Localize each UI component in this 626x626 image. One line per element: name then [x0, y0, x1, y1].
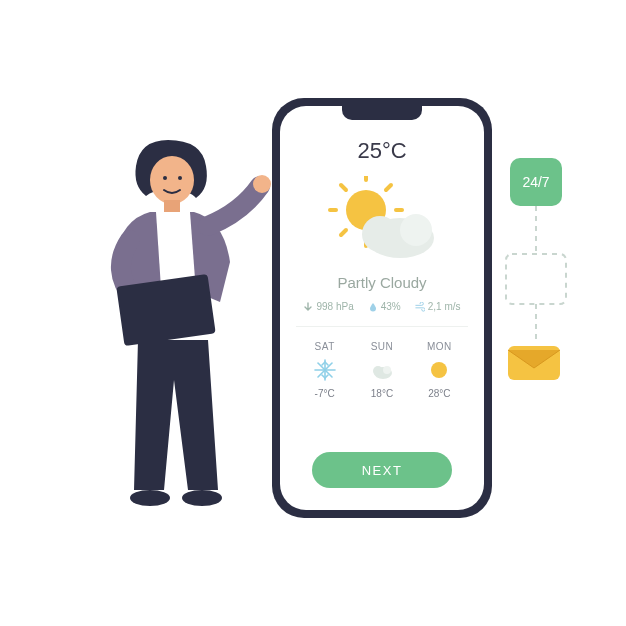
- availability-badge: 24/7: [510, 158, 562, 206]
- humidity-metric: 43%: [368, 301, 401, 312]
- svg-rect-3: [164, 200, 180, 212]
- arrow-down-icon: [303, 302, 313, 312]
- weather-app-screen: 25°C: [280, 106, 484, 510]
- next-button[interactable]: NEXT: [312, 452, 452, 488]
- forecast-day-label: SAT: [315, 341, 335, 352]
- forecast-day-mon[interactable]: MON 28°C: [414, 341, 464, 399]
- svg-point-33: [431, 362, 447, 378]
- svg-point-4: [253, 175, 271, 193]
- weather-condition-icon: [322, 176, 442, 266]
- mail-icon: [506, 340, 562, 382]
- svg-point-0: [150, 156, 194, 204]
- svg-point-31: [373, 366, 383, 376]
- person-illustration: [80, 130, 280, 510]
- svg-rect-6: [116, 274, 215, 346]
- wind-value: 2,1 m/s: [428, 301, 461, 312]
- svg-point-20: [362, 216, 398, 252]
- wind-metric: 2,1 m/s: [415, 301, 461, 312]
- condition-label: Partly Cloudy: [337, 274, 426, 291]
- forecast-day-label: SUN: [371, 341, 394, 352]
- svg-point-2: [178, 176, 182, 180]
- forecast-temp: 18°C: [371, 388, 393, 399]
- svg-line-18: [341, 230, 346, 235]
- phone-frame: 25°C: [272, 98, 492, 518]
- svg-line-16: [341, 185, 346, 190]
- forecast-temp: -7°C: [315, 388, 335, 399]
- current-temperature: 25°C: [357, 138, 406, 164]
- pressure-value: 998 hPa: [316, 301, 353, 312]
- phone-notch: [342, 106, 422, 120]
- snow-icon: [313, 358, 337, 382]
- forecast-day-label: MON: [427, 341, 452, 352]
- forecast-day-sat[interactable]: SAT -7°C: [300, 341, 350, 399]
- svg-line-17: [386, 185, 391, 190]
- svg-point-1: [163, 176, 167, 180]
- svg-rect-9: [506, 254, 566, 304]
- sun-icon: [427, 358, 451, 382]
- connector-lines: [498, 200, 578, 360]
- pressure-metric: 998 hPa: [303, 301, 353, 312]
- droplet-icon: [368, 302, 378, 312]
- metrics-row: 998 hPa 43% 2,1 m/s: [303, 301, 460, 312]
- svg-point-7: [130, 490, 170, 506]
- availability-text: 24/7: [522, 174, 549, 190]
- forecast-temp: 28°C: [428, 388, 450, 399]
- wind-icon: [415, 302, 425, 312]
- divider: [296, 326, 468, 327]
- cloud-icon: [370, 358, 394, 382]
- forecast-row: SAT -7°C SUN: [296, 341, 468, 399]
- forecast-day-sun[interactable]: SUN 18°C: [357, 341, 407, 399]
- humidity-value: 43%: [381, 301, 401, 312]
- svg-point-8: [182, 490, 222, 506]
- svg-point-32: [383, 366, 391, 374]
- svg-point-21: [400, 214, 432, 246]
